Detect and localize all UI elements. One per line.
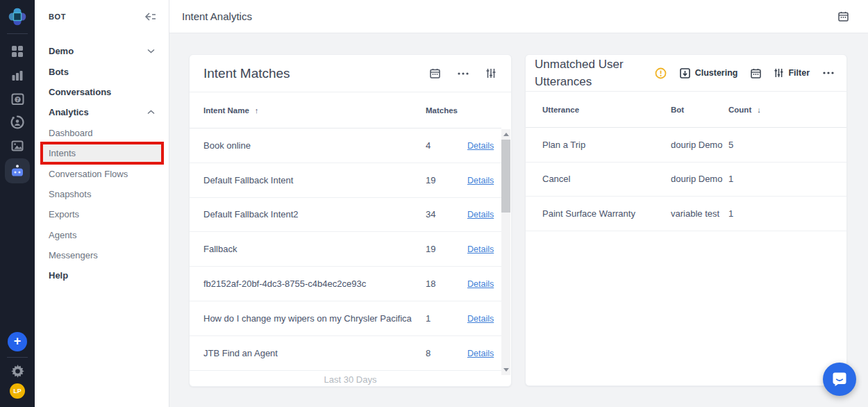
sidebar-item[interactable]: Agents bbox=[35, 225, 169, 245]
details-link[interactable]: Details bbox=[467, 349, 494, 358]
media-icon[interactable] bbox=[5, 134, 30, 158]
icon-rail: 7 + LP bbox=[0, 0, 35, 407]
intent-row: Default Fallback Intent2 34 Details bbox=[190, 198, 501, 233]
date-range-calendar-icon[interactable] bbox=[838, 11, 849, 22]
utterance-count: 5 bbox=[728, 140, 846, 150]
sidebar-item[interactable]: Bots bbox=[35, 61, 169, 81]
svg-text:7: 7 bbox=[16, 97, 19, 101]
intent-matches-count: 34 bbox=[426, 209, 467, 219]
utterance-count: 1 bbox=[728, 208, 846, 219]
details-link[interactable]: Details bbox=[467, 314, 494, 324]
scroll-up-arrow[interactable] bbox=[503, 133, 509, 136]
chat-bubble-icon bbox=[831, 370, 849, 388]
intent-row: How do I change my wipers on my Chrysler… bbox=[190, 301, 501, 336]
column-header-count[interactable]: Count↓ bbox=[728, 106, 846, 114]
sidebar: BOT Demo Bots bbox=[35, 0, 169, 407]
sidebar-item[interactable]: Exports bbox=[35, 204, 169, 224]
sidebar-item[interactable]: Help bbox=[35, 265, 169, 285]
sidebar-item[interactable]: Dashboard bbox=[35, 123, 169, 143]
details-link[interactable]: Details bbox=[467, 279, 494, 289]
user-avatar[interactable]: LP bbox=[10, 383, 25, 399]
intent-matches-count: 4 bbox=[426, 140, 467, 151]
intent-matches-count: 8 bbox=[426, 348, 467, 358]
column-header-matches: Matches bbox=[426, 106, 467, 115]
sidebar-item[interactable]: Snapshots bbox=[35, 184, 169, 204]
sidebar-item[interactable]: Demo bbox=[35, 41, 169, 61]
intent-name: Book online bbox=[203, 140, 426, 151]
utterance-text: Cancel bbox=[542, 174, 671, 184]
intent-name: Default Fallback Intent bbox=[203, 175, 426, 185]
utterance-count: 1 bbox=[728, 174, 846, 184]
sort-desc-icon: ↓ bbox=[757, 106, 761, 114]
intent-matches-count: 18 bbox=[426, 279, 467, 289]
table-scrollbar[interactable] bbox=[501, 129, 510, 375]
calendar-icon[interactable] bbox=[430, 68, 440, 78]
column-header-intent-name[interactable]: Intent Name↑ bbox=[203, 106, 426, 115]
filter-sliders-icon[interactable] bbox=[486, 68, 496, 78]
card-title: Intent Matches bbox=[203, 66, 290, 81]
sidebar-item[interactable]: Analytics bbox=[35, 102, 169, 122]
column-header-bot: Bot bbox=[671, 106, 728, 114]
intent-matches-rows: Book online 4 Details Default Fallback I… bbox=[190, 128, 501, 371]
page-header: Intent Analytics bbox=[169, 0, 868, 33]
collapse-sidebar-icon[interactable] bbox=[144, 12, 156, 22]
ellipsis-icon[interactable] bbox=[823, 72, 834, 74]
filter-button[interactable]: Filter bbox=[774, 68, 810, 78]
intent-name: Default Fallback Intent2 bbox=[203, 209, 426, 219]
unmatched-rows: Plan a Trip dourip Demo 5 Cancel dourip … bbox=[526, 128, 846, 231]
page-title: Intent Analytics bbox=[182, 10, 252, 22]
intent-name: Fallback bbox=[203, 244, 426, 254]
chevron-down-icon bbox=[147, 49, 155, 53]
details-link[interactable]: Details bbox=[467, 141, 494, 151]
clustering-icon bbox=[680, 68, 690, 78]
rail-divider bbox=[7, 357, 28, 358]
intent-matches-count: 19 bbox=[426, 175, 467, 185]
chevron-up-icon bbox=[147, 110, 155, 115]
calendar-seven-icon[interactable]: 7 bbox=[5, 87, 30, 110]
dashboard-grid-icon[interactable] bbox=[5, 40, 30, 63]
intent-row: Fallback 19 Details bbox=[190, 232, 501, 267]
audience-icon[interactable] bbox=[5, 110, 30, 134]
rail-bottom: + LP bbox=[7, 332, 28, 407]
intent-matches-card: Intent Matches bbox=[189, 54, 512, 387]
utterance-row: Plan a Trip dourip Demo 5 bbox=[526, 128, 846, 163]
column-header-utterance: Utterance bbox=[542, 106, 671, 114]
intent-row: Default Fallback Intent 19 Details bbox=[190, 163, 501, 198]
warning-icon[interactable] bbox=[655, 67, 667, 79]
intent-row: fb2152af-20bf-4dc3-8755-c4b4ec2ce93c 18 … bbox=[190, 267, 501, 301]
sidebar-item[interactable]: Messengers bbox=[35, 245, 169, 265]
utterance-text: Plan a Trip bbox=[542, 140, 671, 150]
sort-asc-icon: ↑ bbox=[255, 106, 259, 115]
sidebar-nav: Demo Bots Conversations Analytic bbox=[35, 33, 169, 286]
utterance-row: Cancel dourip Demo 1 bbox=[526, 163, 846, 197]
sidebar-title: BOT bbox=[49, 13, 66, 21]
settings-gear-icon[interactable] bbox=[11, 365, 24, 378]
bar-chart-icon[interactable] bbox=[5, 63, 30, 87]
clustering-button[interactable]: Clustering bbox=[680, 68, 738, 78]
intent-matches-count: 1 bbox=[426, 313, 467, 324]
calendar-icon[interactable] bbox=[751, 68, 761, 78]
app-logo-icon[interactable] bbox=[7, 6, 28, 27]
filter-sliders-icon bbox=[774, 68, 783, 78]
details-link[interactable]: Details bbox=[467, 244, 494, 254]
intent-name: JTB Find an Agent bbox=[203, 348, 426, 358]
intent-name: How do I change my wipers on my Chrysler… bbox=[203, 313, 426, 324]
card-title: Unmatched User Utterances bbox=[535, 56, 633, 90]
bot-name: dourip Demo bbox=[671, 174, 728, 184]
bot-name: variable test bbox=[671, 208, 728, 219]
intent-name: fb2152af-20bf-4dc3-8755-c4b4ec2ce93c bbox=[203, 279, 426, 289]
rail-divider bbox=[7, 33, 28, 34]
intent-row: Book online 4 Details bbox=[190, 128, 501, 163]
ellipsis-icon[interactable] bbox=[458, 72, 469, 75]
scroll-down-arrow[interactable] bbox=[503, 368, 509, 372]
bot-name: dourip Demo bbox=[671, 140, 728, 150]
sidebar-item[interactable]: Conversation Flows bbox=[35, 163, 169, 183]
details-link[interactable]: Details bbox=[467, 210, 494, 219]
sidebar-item[interactable]: Conversations bbox=[35, 82, 169, 102]
add-button[interactable]: + bbox=[8, 332, 27, 351]
bot-icon[interactable] bbox=[5, 158, 30, 183]
chat-launcher-button[interactable] bbox=[823, 363, 856, 396]
scrollbar-thumb[interactable] bbox=[501, 140, 510, 213]
sidebar-item[interactable]: Intents bbox=[35, 143, 169, 163]
details-link[interactable]: Details bbox=[467, 176, 494, 185]
